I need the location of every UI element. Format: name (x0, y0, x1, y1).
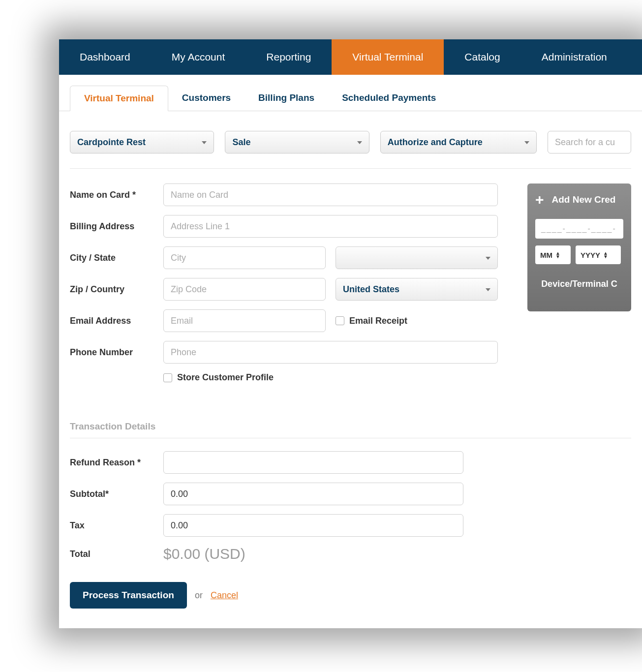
name-on-card-input[interactable] (163, 183, 498, 206)
total-label: Total (70, 549, 163, 559)
email-receipt-label: Email Receipt (349, 316, 407, 326)
card-panel-footer: Device/Terminal C (535, 279, 623, 289)
state-select[interactable] (336, 246, 498, 269)
nav-catalog[interactable]: Catalog (444, 39, 520, 75)
transaction-details-heading: Transaction Details (70, 421, 631, 438)
tab-customers[interactable]: Customers (168, 86, 245, 111)
customer-search-input[interactable] (548, 131, 631, 153)
email-receipt-wrap: Email Receipt (336, 316, 407, 326)
txntype-select[interactable]: Sale (225, 131, 369, 153)
action-row: Process Transaction or Cancel (70, 582, 631, 609)
city-input[interactable] (163, 246, 326, 269)
gateway-select[interactable]: Cardpointe Rest (70, 131, 214, 153)
store-profile-label: Store Customer Profile (177, 372, 274, 383)
tax-input[interactable] (163, 514, 463, 537)
tab-scheduled-payments[interactable]: Scheduled Payments (328, 86, 450, 111)
card-number-input[interactable]: ____-____-____- (535, 219, 623, 239)
country-select[interactable]: United States (336, 278, 498, 301)
filter-row: Cardpointe Rest Sale Authorize and Captu… (70, 131, 631, 169)
refund-reason-input[interactable] (163, 451, 463, 474)
card-month-select[interactable]: MM▲▼ (535, 245, 571, 264)
top-nav: Dashboard My Account Reporting Virtual T… (59, 39, 642, 75)
subtotal-label: Subtotal* (70, 489, 163, 499)
or-text: or (195, 590, 203, 601)
credit-card-panel: + Add New Cred ____-____-____- MM▲▼ YYYY… (527, 183, 631, 311)
store-profile-checkbox[interactable] (163, 373, 172, 382)
phone-label: Phone Number (70, 347, 163, 358)
tax-label: Tax (70, 520, 163, 531)
card-year-select[interactable]: YYYY▲▼ (576, 245, 621, 264)
plus-icon[interactable]: + (535, 192, 544, 207)
store-profile-wrap: Store Customer Profile (163, 372, 274, 383)
phone-input[interactable] (163, 341, 498, 364)
sub-tabs: Virtual Terminal Customers Billing Plans… (59, 75, 642, 111)
tab-billing-plans[interactable]: Billing Plans (245, 86, 328, 111)
cancel-link[interactable]: Cancel (211, 590, 238, 601)
zip-country-label: Zip / Country (70, 284, 163, 295)
subtotal-input[interactable] (163, 483, 463, 505)
mode-select[interactable]: Authorize and Capture (380, 131, 537, 153)
process-transaction-button[interactable]: Process Transaction (70, 582, 187, 609)
city-state-label: City / State (70, 253, 163, 263)
email-receipt-checkbox[interactable] (336, 316, 344, 325)
nav-administration[interactable]: Administration (521, 39, 628, 75)
tab-virtual-terminal[interactable]: Virtual Terminal (70, 86, 168, 111)
customer-form: Name on Card * Billing Address City / St… (70, 183, 498, 392)
refund-reason-label: Refund Reason * (70, 458, 163, 468)
billing-address-label: Billing Address (70, 221, 163, 232)
name-label: Name on Card * (70, 190, 163, 200)
email-label: Email Address (70, 316, 163, 326)
total-value: $0.00 (USD) (163, 546, 245, 562)
card-panel-title: Add New Cred (552, 194, 616, 205)
nav-dashboard[interactable]: Dashboard (59, 39, 151, 75)
nav-my-account[interactable]: My Account (151, 39, 246, 75)
nav-reporting[interactable]: Reporting (245, 39, 332, 75)
email-input[interactable] (163, 309, 326, 332)
billing-address-input[interactable] (163, 215, 498, 238)
zip-input[interactable] (163, 278, 326, 301)
nav-virtual-terminal[interactable]: Virtual Terminal (332, 39, 444, 75)
